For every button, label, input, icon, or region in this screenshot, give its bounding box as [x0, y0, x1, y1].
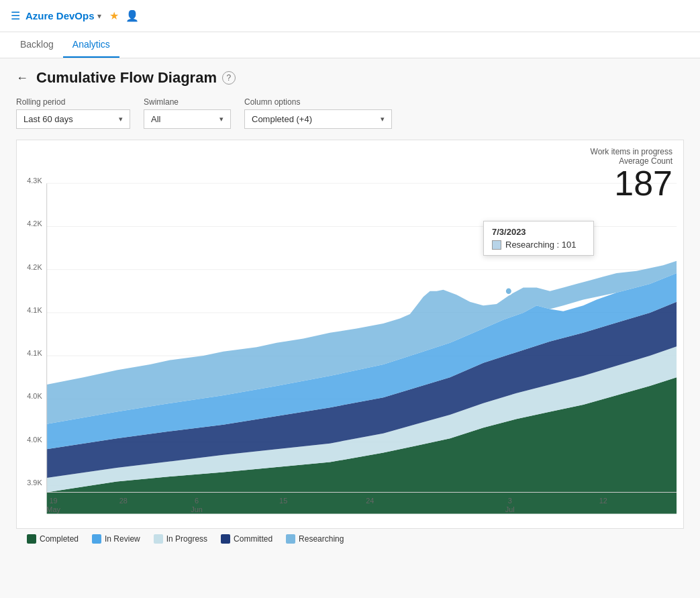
- legend-in-progress: In Progress: [154, 534, 207, 544]
- svg-text:19: 19: [50, 496, 58, 504]
- legend-researching-label: Researching: [299, 534, 344, 544]
- rolling-period-label: Rolling period: [16, 97, 130, 107]
- column-options-select[interactable]: Completed (+4) ▾: [244, 109, 392, 129]
- filters-row: Rolling period Last 60 days ▾ Swimlane A…: [16, 97, 684, 129]
- svg-text:May: May: [46, 505, 60, 513]
- legend-in-progress-color: [154, 534, 163, 544]
- user-icon[interactable]: 👤: [126, 9, 139, 22]
- column-options-chevron-icon: ▾: [381, 115, 385, 123]
- tooltip-date: 7/3/2023: [492, 227, 585, 237]
- cumulative-flow-chart: 4.3K 4.2K 4.2K 4.1K 4.1K 4.0K 4.0K 3.9K: [17, 140, 683, 528]
- chart-tooltip: 7/3/2023 Researching : 101: [483, 221, 594, 256]
- legend-researching: Researching: [286, 534, 344, 544]
- rolling-period-select[interactable]: Last 60 days ▾: [16, 109, 130, 129]
- swimlane-chevron-icon: ▾: [219, 115, 223, 123]
- svg-text:3.9K: 3.9K: [27, 478, 42, 486]
- rolling-period-filter: Rolling period Last 60 days ▾: [16, 97, 130, 129]
- chart-legend: Completed In Review In Progress Committe…: [16, 529, 684, 546]
- legend-in-review: In Review: [92, 534, 140, 544]
- tooltip-color-swatch: [492, 240, 501, 250]
- app-icon: ☰: [11, 9, 20, 22]
- back-button[interactable]: ←: [16, 71, 28, 85]
- svg-text:6: 6: [195, 496, 199, 504]
- svg-text:24: 24: [366, 496, 374, 504]
- tab-analytics[interactable]: Analytics: [63, 32, 119, 58]
- app-chevron-icon[interactable]: ▾: [97, 11, 101, 21]
- main-content: ← Cumulative Flow Diagram ? Rolling peri…: [0, 58, 700, 598]
- column-options-value: Completed (+4): [252, 114, 312, 124]
- legend-in-review-label: In Review: [105, 534, 140, 544]
- svg-text:4.2K: 4.2K: [27, 262, 42, 270]
- svg-text:12: 12: [599, 496, 607, 504]
- legend-in-review-color: [92, 534, 101, 544]
- rolling-period-chevron-icon: ▾: [119, 115, 123, 123]
- app-header: ☰ Azure DevOps ▾ ★ 👤: [0, 0, 700, 32]
- svg-text:4.0K: 4.0K: [27, 435, 42, 443]
- column-options-label: Column options: [244, 97, 392, 107]
- legend-committed-label: Committed: [234, 534, 272, 544]
- legend-completed: Completed: [27, 534, 79, 544]
- column-options-filter: Column options Completed (+4) ▾: [244, 97, 392, 129]
- tooltip-dot: [505, 287, 512, 295]
- svg-text:Jul: Jul: [505, 505, 515, 513]
- rolling-period-value: Last 60 days: [23, 114, 73, 124]
- swimlane-label: Swimlane: [144, 97, 231, 107]
- page-header: ← Cumulative Flow Diagram ?: [16, 69, 684, 87]
- tooltip-item-label: Researching : 101: [505, 240, 577, 250]
- svg-text:15: 15: [279, 496, 287, 504]
- chart-area: Work items in progress Average Count 187…: [16, 140, 684, 529]
- stat-value: 187: [591, 166, 672, 201]
- tooltip-item: Researching : 101: [492, 240, 585, 250]
- tab-backlog[interactable]: Backlog: [11, 32, 63, 58]
- svg-text:28: 28: [119, 496, 128, 504]
- app-name[interactable]: Azure DevOps: [26, 10, 95, 21]
- legend-completed-color: [27, 534, 36, 544]
- help-icon[interactable]: ?: [222, 71, 236, 85]
- svg-text:4.3K: 4.3K: [27, 177, 42, 185]
- svg-text:4.1K: 4.1K: [27, 349, 42, 357]
- svg-text:4.0K: 4.0K: [27, 392, 42, 400]
- legend-completed-label: Completed: [40, 534, 79, 544]
- svg-text:4.2K: 4.2K: [27, 219, 42, 228]
- favorite-icon[interactable]: ★: [109, 9, 119, 22]
- legend-in-progress-label: In Progress: [166, 534, 207, 544]
- legend-committed: Committed: [221, 534, 272, 544]
- stat-label-line1: Work items in progress: [591, 147, 672, 156]
- svg-text:Jun: Jun: [191, 505, 203, 513]
- swimlane-filter: Swimlane All ▾: [144, 97, 231, 129]
- swimlane-value: All: [151, 114, 160, 124]
- legend-committed-color: [221, 534, 230, 544]
- page-title: Cumulative Flow Diagram: [36, 69, 217, 87]
- stat-box: Work items in progress Average Count 187: [591, 147, 672, 201]
- svg-text:4.1K: 4.1K: [27, 306, 42, 314]
- svg-text:3: 3: [508, 496, 512, 504]
- swimlane-select[interactable]: All ▾: [144, 109, 231, 129]
- nav-tabs: Backlog Analytics: [0, 32, 700, 58]
- legend-researching-color: [286, 534, 295, 544]
